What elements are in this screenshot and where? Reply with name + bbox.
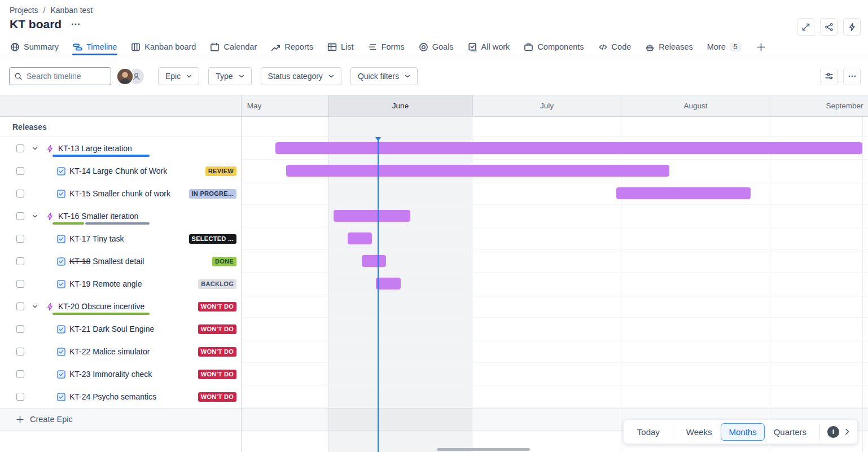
tab-label: Calendar (223, 42, 257, 51)
issue-name[interactable]: KT-17 Tiny task (69, 234, 124, 243)
info-button[interactable]: i (827, 426, 839, 438)
gantt-bar-kt-18[interactable] (362, 255, 386, 267)
task-icon (57, 235, 65, 243)
chevron-down-icon[interactable] (31, 212, 39, 220)
row-select-checkbox[interactable] (16, 370, 24, 378)
timeline-row-kt-20[interactable]: KT-20 Obscure incentive WON'T DO (0, 295, 241, 318)
tab-code[interactable]: Code (598, 39, 632, 55)
row-select-checkbox[interactable] (16, 257, 24, 265)
tab-releases[interactable]: Releases (645, 39, 693, 55)
gantt-bar-kt-15[interactable] (616, 187, 751, 199)
filter-epic[interactable]: Epic (158, 67, 199, 85)
automation-button[interactable] (843, 18, 861, 36)
status-badge: REVIEW (205, 166, 236, 176)
row-select-checkbox[interactable] (16, 167, 24, 175)
tab-icon (524, 42, 533, 52)
issue-rows: KT-13 Large iteration KT-14 Large Chunk … (0, 137, 241, 408)
tab-summary[interactable]: Summary (10, 39, 59, 55)
row-select-checkbox[interactable] (16, 212, 24, 220)
issue-name[interactable]: KT-16 Smaller iteration (58, 212, 138, 221)
title-more-button[interactable] (69, 18, 82, 30)
add-view-button[interactable] (755, 39, 767, 55)
row-select-checkbox[interactable] (16, 325, 24, 333)
tab-icon (210, 42, 220, 52)
create-epic-button[interactable]: Create Epic (0, 408, 241, 431)
issue-name[interactable]: KT-18 Smallest detail (69, 257, 144, 266)
tab-reports[interactable]: Reports (270, 39, 314, 55)
tab-list[interactable]: List (327, 39, 354, 55)
scroll-right-button[interactable] (843, 427, 852, 436)
gantt-bar-kt-13[interactable] (275, 142, 862, 154)
row-select-checkbox[interactable] (16, 280, 24, 288)
gantt-bar-kt-17[interactable] (348, 232, 372, 244)
row-select-checkbox[interactable] (16, 144, 24, 152)
issue-name[interactable]: KT-23 Immorality check (69, 370, 152, 379)
tab-more[interactable]: More 5 (707, 39, 742, 55)
filter-status-category[interactable]: Status category (261, 67, 341, 85)
status-badge: WON'T DO (198, 302, 236, 311)
search-input[interactable] (27, 72, 106, 81)
zoom-months-button[interactable]: Months (721, 423, 764, 441)
timeline-row-kt-15[interactable]: KT-15 Smaller chunk of work IN PROGRE... (0, 182, 241, 205)
filter-quick-filters[interactable]: Quick filters (350, 67, 418, 85)
task-icon (57, 348, 65, 356)
timeline-more-button[interactable] (843, 68, 861, 85)
issue-name[interactable]: KT-22 Malice simulator (69, 347, 150, 356)
chevron-down-icon[interactable] (31, 302, 39, 310)
timeline-row-kt-14[interactable]: KT-14 Large Chunk of Work REVIEW (0, 160, 241, 182)
row-select-checkbox[interactable] (16, 302, 24, 310)
issue-name[interactable]: KT-24 Psycho semantics (69, 392, 156, 401)
tab-components[interactable]: Components (523, 39, 584, 55)
issue-name[interactable]: KT-13 Large iteration (58, 144, 132, 153)
issue-name[interactable]: KT-21 Dark Soul Engine (69, 324, 154, 333)
month-header-july: July (472, 95, 621, 116)
avatar-user-photo[interactable] (117, 69, 133, 84)
today-button[interactable]: Today (629, 423, 668, 441)
row-select-checkbox[interactable] (16, 235, 24, 243)
view-settings-button[interactable] (820, 68, 838, 85)
tab-all-work[interactable]: All work (467, 39, 511, 55)
row-select-checkbox[interactable] (16, 393, 24, 401)
breadcrumb-board[interactable]: Kanban test (50, 6, 93, 15)
tab-timeline[interactable]: Timeline (72, 39, 117, 55)
status-badge: DONE (212, 257, 236, 266)
row-select-checkbox[interactable] (16, 190, 24, 198)
month-header-may: May (242, 95, 328, 116)
share-button[interactable] (820, 18, 838, 36)
breadcrumb-projects[interactable]: Projects (10, 6, 38, 15)
divider (819, 424, 820, 439)
timeline-row-kt-18[interactable]: KT-18 Smallest detail DONE (0, 250, 241, 273)
timeline-row-kt-13[interactable]: KT-13 Large iteration (0, 137, 241, 160)
timeline-row-kt-16[interactable]: KT-16 Smaller iteration (0, 205, 241, 227)
gantt-bar-kt-19[interactable] (376, 278, 401, 289)
timeline-row-kt-17[interactable]: KT-17 Tiny task SELECTED ... (0, 227, 241, 250)
issue-name[interactable]: KT-19 Remote angle (69, 279, 142, 288)
gantt-bar-kt-16[interactable] (334, 210, 410, 222)
tab-forms[interactable]: Forms (367, 39, 405, 55)
epic-icon (46, 144, 54, 153)
issue-name[interactable]: KT-14 Large Chunk of Work (69, 166, 167, 175)
issue-name[interactable]: KT-20 Obscure incentive (58, 302, 144, 311)
search-timeline-input[interactable] (9, 67, 111, 85)
timeline-row-kt-23[interactable]: KT-23 Immorality check WON'T DO (0, 363, 241, 385)
row-select-checkbox[interactable] (16, 348, 24, 356)
chevron-down-icon[interactable] (31, 144, 39, 152)
zoom-weeks-button[interactable]: Weeks (678, 423, 720, 441)
zoom-quarters-button[interactable]: Quarters (766, 423, 814, 441)
tab-calendar[interactable]: Calendar (209, 39, 257, 55)
tab-label: Components (537, 42, 584, 51)
timeline-row-kt-22[interactable]: KT-22 Malice simulator WON'T DO (0, 340, 241, 363)
horizontal-scrollbar-thumb[interactable] (437, 448, 530, 451)
tab-goals[interactable]: Goals (418, 39, 454, 55)
share-icon (825, 23, 834, 32)
timeline-row-kt-19[interactable]: KT-19 Remote angle BACKLOG (0, 273, 241, 295)
filter-dropdowns: Epic Type Status category Quick filters (158, 67, 418, 85)
timeline-row-kt-24[interactable]: KT-24 Psycho semantics WON'T DO (0, 385, 241, 408)
filter-type[interactable]: Type (208, 67, 251, 85)
timeline-row-kt-21[interactable]: KT-21 Dark Soul Engine WON'T DO (0, 318, 241, 340)
fullscreen-button[interactable] (797, 18, 814, 36)
gantt-bar-kt-14[interactable] (286, 165, 669, 177)
issue-name[interactable]: KT-15 Smaller chunk of work (69, 189, 170, 198)
tab-kanban-board[interactable]: Kanban board (130, 39, 196, 55)
status-badge: WON'T DO (198, 370, 236, 379)
